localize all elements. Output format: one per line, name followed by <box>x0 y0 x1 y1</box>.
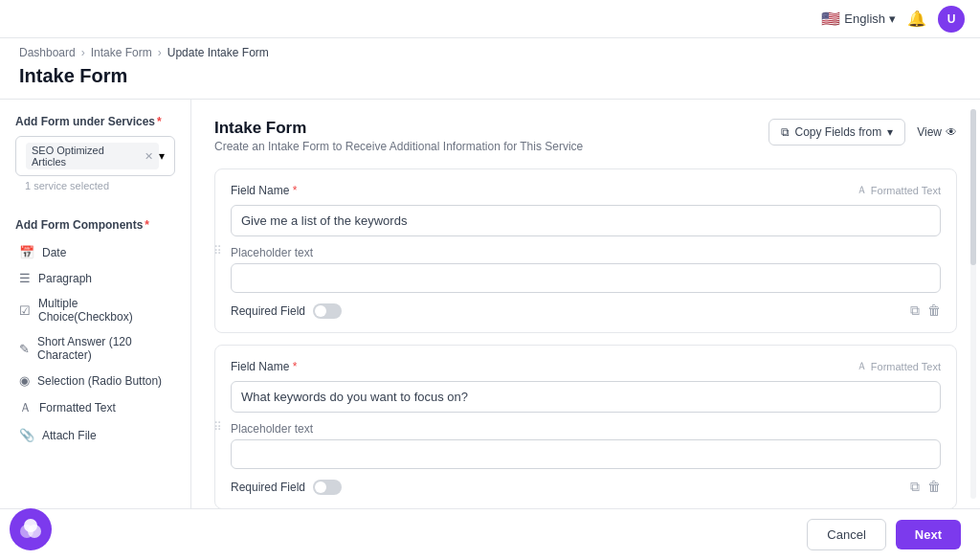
page-title: Intake Form <box>0 63 980 99</box>
breadcrumb: Dashboard › Intake Form › Update Intake … <box>0 38 980 63</box>
chevron-down-icon: ▾ <box>889 11 896 26</box>
dropdown-arrow-icon: ▾ <box>159 149 165 163</box>
panel-title-block: Intake Form Create an Intake Form to Rec… <box>214 119 583 153</box>
drag-handle-1[interactable]: ⠿ <box>213 244 222 258</box>
panel-title: Intake Form <box>214 119 583 138</box>
placeholder-input-1[interactable] <box>231 263 941 293</box>
content-area: Add Form under Services* SEO Optimized A… <box>0 99 980 508</box>
component-date[interactable]: 📅 Date <box>15 239 175 265</box>
notification-bell-icon[interactable]: 🔔 <box>907 10 926 28</box>
required-star-1: * <box>293 184 298 197</box>
placeholder-label-1: Placeholder text <box>231 246 941 259</box>
component-attach-file[interactable]: 📎 Attach File <box>15 422 175 448</box>
top-bar: 🇺🇸 English ▾ 🔔 U <box>0 0 980 38</box>
required-toggle-1[interactable] <box>313 303 342 319</box>
services-section-title: Add Form under Services* <box>15 115 175 128</box>
attach-icon: 📎 <box>19 428 34 442</box>
field-type-1: Ａ Formatted Text <box>857 183 941 197</box>
field-footer-2: Required Field ⧉ 🗑 <box>231 479 941 495</box>
main-container: Dashboard › Intake Form › Update Intake … <box>0 38 980 508</box>
component-paragraph[interactable]: ☰ Paragraph <box>15 265 175 291</box>
footer-bar: Cancel Next <box>0 508 980 560</box>
eye-icon: 👁 <box>946 125 957 139</box>
panel-header: Intake Form Create an Intake Form to Rec… <box>214 119 957 153</box>
copy-field-icon-1[interactable]: ⧉ <box>910 302 920 319</box>
breadcrumb-sep-2: › <box>158 46 162 59</box>
field-name-input-2[interactable] <box>231 381 941 413</box>
field-footer-1: Required Field ⧉ 🗑 <box>231 302 941 319</box>
form-fields-area: ⠿ Field Name * Ａ Formatted Text Placehol… <box>214 168 957 508</box>
short-answer-icon: ✎ <box>19 342 30 356</box>
panel-actions: ⧉ Copy Fields from ▾ View 👁 <box>768 119 958 146</box>
required-star: * <box>157 115 162 128</box>
sidebar: Add Form under Services* SEO Optimized A… <box>0 100 191 508</box>
view-button[interactable]: View 👁 <box>917 125 957 139</box>
delete-field-icon-2[interactable]: 🗑 <box>927 479 941 495</box>
next-button[interactable]: Next <box>896 520 961 549</box>
scrollbar-thumb <box>970 109 976 265</box>
required-star-2: * <box>293 360 298 373</box>
components-section: Add Form Components* 📅 Date ☰ Paragraph … <box>15 218 175 448</box>
delete-field-icon-1[interactable]: 🗑 <box>927 302 941 319</box>
required-field-row-1: Required Field <box>231 303 342 319</box>
scrollbar-track[interactable] <box>970 109 976 499</box>
formatted-text-type-icon-2: Ａ <box>857 359 867 373</box>
avatar[interactable]: U <box>938 6 965 33</box>
copy-fields-chevron-icon: ▾ <box>887 125 893 139</box>
logo <box>10 508 52 550</box>
field-block-2: ⠿ Field Name * Ａ Formatted Text Placehol… <box>214 345 957 508</box>
formatted-text-icon: Ａ <box>19 399 32 416</box>
breadcrumb-dashboard[interactable]: Dashboard <box>19 46 76 59</box>
language-label: English <box>844 11 885 26</box>
components-section-title: Add Form Components* <box>15 218 175 232</box>
field-actions-1: ⧉ 🗑 <box>910 302 941 319</box>
component-formatted-text[interactable]: Ａ Formatted Text <box>15 393 175 422</box>
required-field-row-2: Required Field <box>231 480 342 495</box>
breadcrumb-sep-1: › <box>81 46 85 59</box>
field-block-2-header: Field Name * Ａ Formatted Text <box>231 359 941 373</box>
svg-point-2 <box>24 519 37 532</box>
language-selector[interactable]: 🇺🇸 English ▾ <box>821 10 896 28</box>
field-name-label-1: Field Name * <box>231 184 297 197</box>
paragraph-icon: ☰ <box>19 271 31 285</box>
radio-icon: ◉ <box>19 373 30 388</box>
field-actions-2: ⧉ 🗑 <box>910 479 941 495</box>
flag-icon: 🇺🇸 <box>821 10 840 28</box>
copy-field-icon-2[interactable]: ⧉ <box>910 479 920 495</box>
service-count: 1 service selected <box>15 180 175 199</box>
remove-service-icon[interactable]: ✕ <box>145 150 153 163</box>
field-block-1: ⠿ Field Name * Ａ Formatted Text Placehol… <box>214 168 957 333</box>
copy-fields-button[interactable]: ⧉ Copy Fields from ▾ <box>768 119 906 146</box>
component-multiple-choice[interactable]: ☑ Multiple Choice(Checkbox) <box>15 291 175 329</box>
breadcrumb-current: Update Intake Form <box>167 46 269 59</box>
placeholder-input-2[interactable] <box>231 439 941 469</box>
main-panel: Intake Form Create an Intake Form to Rec… <box>191 100 980 508</box>
date-icon: 📅 <box>19 245 34 259</box>
checkbox-icon: ☑ <box>19 303 31 318</box>
field-name-label-2: Field Name * <box>231 360 297 373</box>
breadcrumb-intake-form[interactable]: Intake Form <box>91 46 152 59</box>
service-tag: SEO Optimized Articles ✕ <box>26 143 159 169</box>
component-radio-button[interactable]: ◉ Selection (Radio Button) <box>15 368 175 393</box>
field-block-1-header: Field Name * Ａ Formatted Text <box>231 183 941 197</box>
drag-handle-2[interactable]: ⠿ <box>213 420 222 434</box>
copy-icon: ⧉ <box>781 125 790 139</box>
panel-subtitle: Create an Intake Form to Receive Additio… <box>214 140 583 153</box>
formatted-text-type-icon-1: Ａ <box>857 183 867 197</box>
component-short-answer[interactable]: ✎ Short Answer (120 Character) <box>15 329 175 368</box>
cancel-button[interactable]: Cancel <box>807 519 885 550</box>
service-dropdown[interactable]: SEO Optimized Articles ✕ ▾ <box>15 136 175 176</box>
required-toggle-2[interactable] <box>313 480 342 495</box>
placeholder-label-2: Placeholder text <box>231 422 941 436</box>
field-type-2: Ａ Formatted Text <box>857 359 941 373</box>
field-name-input-1[interactable] <box>231 205 941 236</box>
components-required-star: * <box>145 218 149 232</box>
